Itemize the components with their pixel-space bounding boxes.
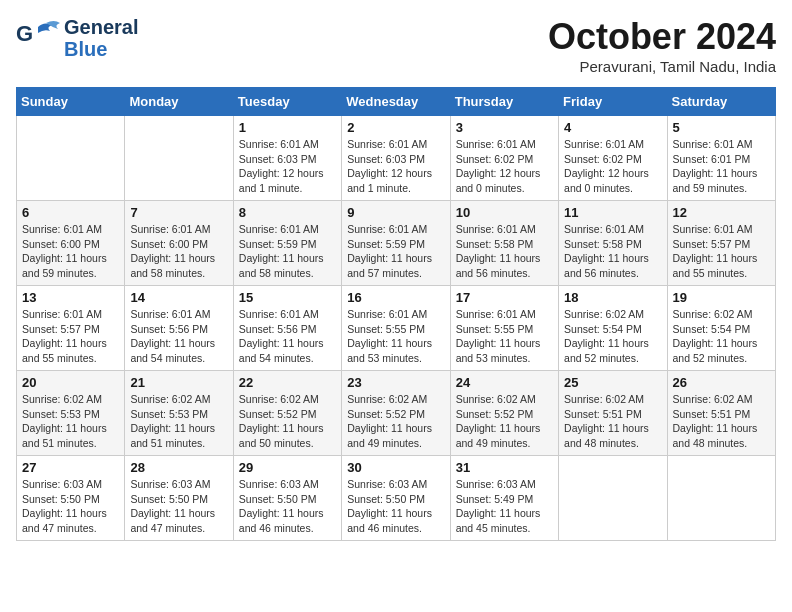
day-number: 18 [564,290,661,305]
calendar-cell: 27Sunrise: 6:03 AM Sunset: 5:50 PM Dayli… [17,456,125,541]
day-detail: Sunrise: 6:01 AM Sunset: 5:56 PM Dayligh… [239,307,336,366]
day-number: 21 [130,375,227,390]
logo-name-blue: Blue [64,38,138,60]
calendar-header-sunday: Sunday [17,88,125,116]
day-detail: Sunrise: 6:01 AM Sunset: 5:58 PM Dayligh… [564,222,661,281]
calendar-cell: 18Sunrise: 6:02 AM Sunset: 5:54 PM Dayli… [559,286,667,371]
day-detail: Sunrise: 6:01 AM Sunset: 6:00 PM Dayligh… [130,222,227,281]
day-detail: Sunrise: 6:02 AM Sunset: 5:54 PM Dayligh… [564,307,661,366]
day-detail: Sunrise: 6:01 AM Sunset: 5:56 PM Dayligh… [130,307,227,366]
calendar-cell [125,116,233,201]
day-detail: Sunrise: 6:03 AM Sunset: 5:49 PM Dayligh… [456,477,553,536]
calendar-header-monday: Monday [125,88,233,116]
day-number: 3 [456,120,553,135]
day-number: 24 [456,375,553,390]
day-number: 6 [22,205,119,220]
day-number: 14 [130,290,227,305]
day-detail: Sunrise: 6:02 AM Sunset: 5:51 PM Dayligh… [564,392,661,451]
day-detail: Sunrise: 6:01 AM Sunset: 6:03 PM Dayligh… [239,137,336,196]
day-number: 4 [564,120,661,135]
calendar-week-5: 27Sunrise: 6:03 AM Sunset: 5:50 PM Dayli… [17,456,776,541]
calendar-table: SundayMondayTuesdayWednesdayThursdayFrid… [16,87,776,541]
day-detail: Sunrise: 6:03 AM Sunset: 5:50 PM Dayligh… [239,477,336,536]
calendar-cell: 4Sunrise: 6:01 AM Sunset: 6:02 PM Daylig… [559,116,667,201]
day-number: 2 [347,120,444,135]
page-header: G General Blue October 2024 Peravurani, … [16,16,776,75]
calendar-cell [559,456,667,541]
day-detail: Sunrise: 6:01 AM Sunset: 5:59 PM Dayligh… [347,222,444,281]
day-detail: Sunrise: 6:01 AM Sunset: 5:57 PM Dayligh… [673,222,770,281]
calendar-cell: 24Sunrise: 6:02 AM Sunset: 5:52 PM Dayli… [450,371,558,456]
day-number: 22 [239,375,336,390]
day-detail: Sunrise: 6:02 AM Sunset: 5:52 PM Dayligh… [456,392,553,451]
calendar-cell: 12Sunrise: 6:01 AM Sunset: 5:57 PM Dayli… [667,201,775,286]
calendar-cell: 2Sunrise: 6:01 AM Sunset: 6:03 PM Daylig… [342,116,450,201]
day-detail: Sunrise: 6:01 AM Sunset: 5:55 PM Dayligh… [347,307,444,366]
calendar-cell: 29Sunrise: 6:03 AM Sunset: 5:50 PM Dayli… [233,456,341,541]
calendar-cell: 21Sunrise: 6:02 AM Sunset: 5:53 PM Dayli… [125,371,233,456]
day-detail: Sunrise: 6:01 AM Sunset: 6:01 PM Dayligh… [673,137,770,196]
day-number: 12 [673,205,770,220]
calendar-cell: 19Sunrise: 6:02 AM Sunset: 5:54 PM Dayli… [667,286,775,371]
calendar-cell: 20Sunrise: 6:02 AM Sunset: 5:53 PM Dayli… [17,371,125,456]
calendar-cell: 17Sunrise: 6:01 AM Sunset: 5:55 PM Dayli… [450,286,558,371]
calendar-cell: 22Sunrise: 6:02 AM Sunset: 5:52 PM Dayli… [233,371,341,456]
day-detail: Sunrise: 6:01 AM Sunset: 5:58 PM Dayligh… [456,222,553,281]
day-detail: Sunrise: 6:01 AM Sunset: 6:03 PM Dayligh… [347,137,444,196]
day-detail: Sunrise: 6:03 AM Sunset: 5:50 PM Dayligh… [22,477,119,536]
calendar-cell: 16Sunrise: 6:01 AM Sunset: 5:55 PM Dayli… [342,286,450,371]
day-number: 23 [347,375,444,390]
calendar-header-tuesday: Tuesday [233,88,341,116]
day-detail: Sunrise: 6:03 AM Sunset: 5:50 PM Dayligh… [347,477,444,536]
day-detail: Sunrise: 6:01 AM Sunset: 5:55 PM Dayligh… [456,307,553,366]
day-number: 10 [456,205,553,220]
calendar-cell: 25Sunrise: 6:02 AM Sunset: 5:51 PM Dayli… [559,371,667,456]
logo: G General Blue [16,16,138,60]
calendar-cell [17,116,125,201]
calendar-cell [667,456,775,541]
day-number: 16 [347,290,444,305]
day-detail: Sunrise: 6:01 AM Sunset: 5:59 PM Dayligh… [239,222,336,281]
calendar-cell: 15Sunrise: 6:01 AM Sunset: 5:56 PM Dayli… [233,286,341,371]
calendar-header-friday: Friday [559,88,667,116]
day-number: 30 [347,460,444,475]
calendar-cell: 11Sunrise: 6:01 AM Sunset: 5:58 PM Dayli… [559,201,667,286]
calendar-cell: 3Sunrise: 6:01 AM Sunset: 6:02 PM Daylig… [450,116,558,201]
day-detail: Sunrise: 6:02 AM Sunset: 5:53 PM Dayligh… [130,392,227,451]
calendar-cell: 13Sunrise: 6:01 AM Sunset: 5:57 PM Dayli… [17,286,125,371]
location: Peravurani, Tamil Nadu, India [548,58,776,75]
calendar-week-3: 13Sunrise: 6:01 AM Sunset: 5:57 PM Dayli… [17,286,776,371]
day-detail: Sunrise: 6:01 AM Sunset: 6:02 PM Dayligh… [456,137,553,196]
day-number: 29 [239,460,336,475]
logo-name-general: General [64,16,138,38]
day-number: 5 [673,120,770,135]
day-detail: Sunrise: 6:01 AM Sunset: 5:57 PM Dayligh… [22,307,119,366]
calendar-cell: 23Sunrise: 6:02 AM Sunset: 5:52 PM Dayli… [342,371,450,456]
day-number: 8 [239,205,336,220]
calendar-header-wednesday: Wednesday [342,88,450,116]
day-detail: Sunrise: 6:01 AM Sunset: 6:00 PM Dayligh… [22,222,119,281]
calendar-header-row: SundayMondayTuesdayWednesdayThursdayFrid… [17,88,776,116]
day-detail: Sunrise: 6:03 AM Sunset: 5:50 PM Dayligh… [130,477,227,536]
day-detail: Sunrise: 6:02 AM Sunset: 5:52 PM Dayligh… [347,392,444,451]
day-number: 7 [130,205,227,220]
day-number: 28 [130,460,227,475]
calendar-cell: 30Sunrise: 6:03 AM Sunset: 5:50 PM Dayli… [342,456,450,541]
day-number: 17 [456,290,553,305]
day-detail: Sunrise: 6:02 AM Sunset: 5:54 PM Dayligh… [673,307,770,366]
calendar-cell: 10Sunrise: 6:01 AM Sunset: 5:58 PM Dayli… [450,201,558,286]
calendar-cell: 31Sunrise: 6:03 AM Sunset: 5:49 PM Dayli… [450,456,558,541]
day-number: 13 [22,290,119,305]
calendar-cell: 7Sunrise: 6:01 AM Sunset: 6:00 PM Daylig… [125,201,233,286]
day-number: 27 [22,460,119,475]
calendar-cell: 5Sunrise: 6:01 AM Sunset: 6:01 PM Daylig… [667,116,775,201]
calendar-cell: 8Sunrise: 6:01 AM Sunset: 5:59 PM Daylig… [233,201,341,286]
day-number: 11 [564,205,661,220]
day-number: 31 [456,460,553,475]
day-number: 19 [673,290,770,305]
calendar-week-4: 20Sunrise: 6:02 AM Sunset: 5:53 PM Dayli… [17,371,776,456]
logo-icon: G [16,19,60,57]
day-detail: Sunrise: 6:01 AM Sunset: 6:02 PM Dayligh… [564,137,661,196]
day-number: 9 [347,205,444,220]
month-title: October 2024 [548,16,776,58]
